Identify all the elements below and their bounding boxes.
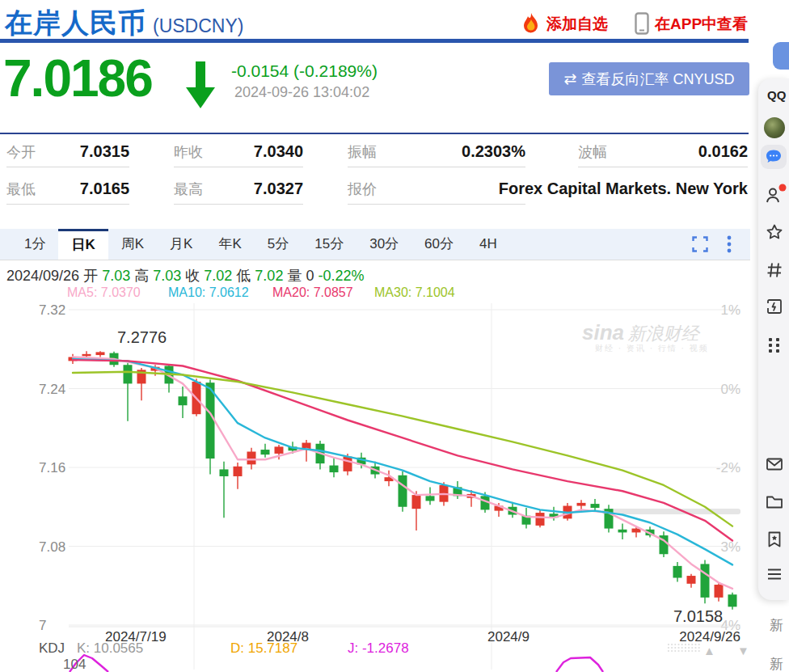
candle: [728, 594, 737, 606]
candle: [412, 495, 421, 509]
y-axis-left-label: 7.08: [39, 539, 65, 555]
qq-label[interactable]: QQ: [767, 88, 787, 108]
kdj-label: KDJ: [39, 640, 65, 657]
candle: [261, 450, 270, 454]
game-icon[interactable]: [765, 297, 784, 316]
low-annotation: 7.0158: [673, 607, 723, 626]
avatar[interactable]: [764, 117, 785, 138]
kdj-sub-axis-label: 104: [63, 657, 86, 672]
topics-hash-icon[interactable]: [765, 260, 784, 280]
candle: [96, 352, 105, 355]
y-axis-left-label: 7.16: [39, 460, 65, 475]
candle: [344, 457, 352, 471]
qq-side-panel: QQ: [758, 78, 789, 600]
y-axis-left-label: 7.32: [39, 302, 65, 318]
mail-icon[interactable]: [765, 454, 784, 474]
contacts-icon[interactable]: [765, 185, 784, 205]
candle: [330, 466, 339, 473]
x-label-3: 2024/9: [487, 629, 530, 645]
kdj-j-value: J: -1.2678: [348, 640, 409, 657]
scroll-up-arrow[interactable]: ▲: [703, 644, 715, 657]
candle: [687, 576, 696, 584]
gray-highlight-band: [602, 509, 740, 514]
scroll-down-arrow[interactable]: ▼: [737, 644, 749, 657]
y-axis-right-label: -2%: [716, 460, 740, 475]
hamburger-menu-icon[interactable]: [765, 564, 784, 584]
kdj-j-line: [556, 657, 603, 672]
candle: [234, 467, 243, 476]
candle: [124, 365, 133, 383]
folder-icon[interactable]: [765, 492, 784, 512]
candle: [247, 452, 256, 465]
ma-line-ma10: [73, 359, 732, 564]
candle: [179, 396, 188, 405]
candle: [426, 496, 435, 501]
y-axis-left-label: 7.24: [39, 382, 65, 397]
candle: [577, 503, 586, 506]
candle: [701, 564, 710, 597]
partial-tab-xin-1[interactable]: 新: [770, 616, 789, 635]
partial-tab-xin-2[interactable]: 新: [770, 655, 789, 672]
high-annotation: 7.2776: [117, 328, 167, 347]
y-axis-right-label: 3%: [720, 539, 740, 555]
y-axis-right-label: 1%: [720, 302, 740, 318]
chat-icon[interactable]: [761, 145, 787, 169]
bookmark-star-icon[interactable]: [765, 530, 784, 549]
candle: [399, 475, 407, 507]
candle: [220, 469, 229, 476]
y-axis-right-label: 0%: [720, 382, 740, 397]
candle: [715, 585, 724, 598]
browser-widget-partial[interactable]: [773, 42, 789, 70]
kdj-k-value: K: 10.0565: [77, 640, 143, 657]
candle: [618, 530, 627, 533]
candle: [591, 504, 600, 508]
candle: [673, 566, 682, 578]
usdcny-quote-page: 在岸人民币(USDCNY) 添加自选 在APP中查看 7.0186 -0.015…: [0, 0, 789, 672]
sina-watermark-subtitle: 财经 · 资讯 · 行情 · 视频: [595, 343, 709, 354]
candle: [536, 513, 545, 526]
candle: [82, 354, 91, 356]
x-label-4: 2024/9/26: [679, 629, 740, 645]
favorite-star-icon[interactable]: [765, 222, 784, 242]
kdj-d-value: D: 15.7187: [230, 640, 297, 657]
y-axis-left-label: 7: [39, 618, 46, 633]
candle: [206, 382, 215, 459]
candle: [275, 446, 284, 454]
apps-grid-icon[interactable]: [765, 335, 784, 354]
